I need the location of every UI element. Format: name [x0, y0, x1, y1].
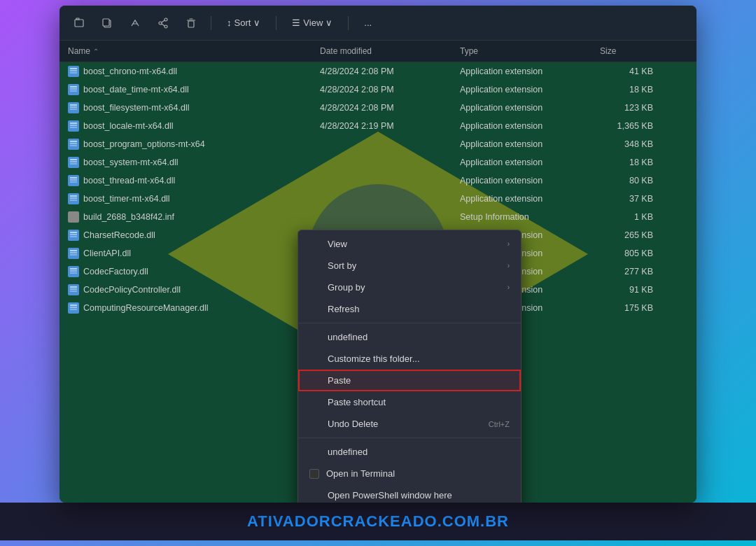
ctx-item-label: Paste: [328, 375, 351, 386]
file-icon: [68, 120, 79, 132]
file-icon: [68, 175, 79, 186]
file-date-cell: [312, 208, 451, 226]
view-label: View: [303, 18, 323, 28]
file-type-cell: Application extension: [451, 80, 592, 99]
ctx-item-left: Sort by: [309, 260, 356, 271]
banner-text: ATIVADORCRACKEADO.COM.BR: [247, 512, 509, 530]
table-row[interactable]: build_2688_b348f42.inf Setup Information…: [59, 208, 696, 226]
table-row[interactable]: boost_filesystem-mt-x64.dll 4/28/2024 2:…: [59, 99, 696, 117]
col-size[interactable]: Size: [592, 43, 662, 59]
table-row[interactable]: boost_program_options-mt-x64 Application…: [59, 135, 696, 153]
view-button[interactable]: ☰ View ∨: [285, 15, 340, 31]
ctx-item-label: Open PowerShell window here: [328, 490, 452, 500]
svg-point-6: [159, 22, 162, 24]
file-type-cell: Application extension: [451, 190, 592, 208]
view-chevron: ∨: [326, 18, 332, 28]
context-menu-item[interactable]: Refresh: [298, 298, 521, 320]
context-menu-item[interactable]: Undo Delete Ctrl+Z: [298, 413, 521, 435]
sort-chevron: ∨: [253, 18, 260, 28]
file-name: boost_locale-mt-x64.dll: [83, 121, 174, 131]
file-name: boost_chrono-mt-x64.dll: [83, 66, 177, 76]
file-size: 1,365 KB: [617, 121, 653, 131]
table-row[interactable]: boost_thread-mt-x64.dll Application exte…: [59, 172, 696, 190]
svg-line-8: [162, 24, 164, 26]
table-row[interactable]: boost_system-mt-x64.dll Application exte…: [59, 153, 696, 172]
file-size: 18 KB: [629, 85, 653, 94]
file-date-cell: [312, 135, 451, 153]
file-size-cell: 805 KB: [592, 244, 662, 262]
toolbar-sep-2: [276, 16, 276, 30]
ctx-item-label: Undo Delete: [328, 419, 378, 429]
ctx-item-label: Refresh: [328, 304, 360, 314]
file-size: 175 KB: [624, 303, 653, 313]
col-type[interactable]: Type: [451, 43, 592, 59]
context-menu-item[interactable]: Paste shortcut: [298, 391, 521, 413]
col-date[interactable]: Date modified: [312, 43, 451, 59]
file-size-cell: 348 KB: [592, 135, 662, 153]
sort-button[interactable]: ↕ Sort ∨: [220, 15, 267, 31]
ctx-submenu-arrow: ›: [507, 262, 510, 270]
toolbar: ↕ Sort ∨ ☰ View ∨ ...: [59, 6, 696, 41]
ctx-item-left: undefined: [309, 447, 368, 457]
ctx-item-left: Paste: [309, 375, 351, 386]
file-name-cell: boost_filesystem-mt-x64.dll: [59, 99, 312, 117]
context-menu-item[interactable]: Open in Terminal: [298, 463, 521, 484]
ctx-item-right: ›: [507, 240, 510, 248]
context-menu-item[interactable]: Open PowerShell window here: [298, 484, 521, 503]
table-row[interactable]: boost_locale-mt-x64.dll 4/28/2024 2:19 P…: [59, 117, 696, 135]
table-row[interactable]: boost_timer-mt-x64.dll Application exten…: [59, 190, 696, 208]
ctx-shortcut: Ctrl+Z: [489, 420, 510, 428]
copy-icon[interactable]: [96, 12, 118, 34]
file-size: 41 KB: [629, 66, 653, 76]
file-type: Application extension: [460, 103, 542, 113]
delete-icon[interactable]: [180, 12, 202, 34]
file-name: ComputingResourceManager.dll: [83, 303, 209, 313]
file-size: 80 KB: [629, 176, 653, 186]
context-menu-item[interactable]: View ›: [298, 233, 521, 255]
file-type: Setup Information: [460, 212, 529, 222]
file-date-cell: 4/28/2024 2:08 PM: [312, 99, 451, 117]
file-icon: [68, 302, 79, 314]
file-date-cell: 4/28/2024 2:19 PM: [312, 117, 451, 135]
rename-icon[interactable]: [124, 12, 146, 34]
svg-point-5: [164, 25, 167, 28]
file-size-cell: 18 KB: [592, 153, 662, 172]
file-size-cell: 91 KB: [592, 281, 662, 299]
file-size: 277 KB: [624, 267, 653, 276]
file-size-cell: 1 KB: [592, 208, 662, 226]
col-name[interactable]: Name ⌃: [59, 43, 312, 59]
ctx-item-label: Open in Terminal: [326, 468, 395, 479]
context-menu-item[interactable]: undefined: [298, 326, 521, 348]
file-name-cell: build_2688_b348f42.inf: [59, 208, 312, 226]
ctx-item-label: View: [328, 239, 347, 249]
more-button[interactable]: ...: [357, 15, 379, 31]
file-name-cell: boost_timer-mt-x64.dll: [59, 190, 312, 208]
file-date: 4/28/2024 2:19 PM: [320, 121, 394, 131]
file-name: boost_program_options-mt-x64: [83, 139, 205, 149]
context-menu-item[interactable]: Sort by ›: [298, 255, 521, 276]
ctx-item-right: ›: [507, 262, 510, 270]
file-name-cell: CodecFactory.dll: [59, 262, 312, 281]
back-icon[interactable]: [68, 12, 90, 34]
table-row[interactable]: boost_chrono-mt-x64.dll 4/28/2024 2:08 P…: [59, 62, 696, 80]
ctx-item-label: undefined: [328, 447, 368, 457]
file-date: 4/28/2024 2:08 PM: [320, 103, 394, 113]
file-size: 18 KB: [629, 158, 653, 167]
file-size-cell: 37 KB: [592, 190, 662, 208]
file-size-cell: 1,365 KB: [592, 117, 662, 135]
file-size-cell: 265 KB: [592, 226, 662, 244]
name-sort-arrow: ⌃: [93, 48, 99, 55]
context-menu-item[interactable]: Customize this folder...: [298, 348, 521, 370]
table-row[interactable]: boost_date_time-mt-x64.dll 4/28/2024 2:0…: [59, 80, 696, 99]
ctx-item-left: Customize this folder...: [309, 354, 420, 364]
context-menu: View › Sort by › Group by › Refresh: [298, 230, 522, 503]
file-icon: [68, 157, 79, 168]
file-icon: [68, 284, 79, 295]
context-menu-item[interactable]: undefined: [298, 441, 521, 463]
file-type-cell: Application extension: [451, 99, 592, 117]
share-icon[interactable]: [152, 12, 174, 34]
file-explorer-window: ↕ Sort ∨ ☰ View ∨ ... Name ⌃ Date modifi…: [59, 6, 696, 503]
context-menu-item[interactable]: Group by ›: [298, 276, 521, 298]
more-label: ...: [364, 18, 372, 28]
context-menu-item[interactable]: Paste: [298, 370, 521, 391]
